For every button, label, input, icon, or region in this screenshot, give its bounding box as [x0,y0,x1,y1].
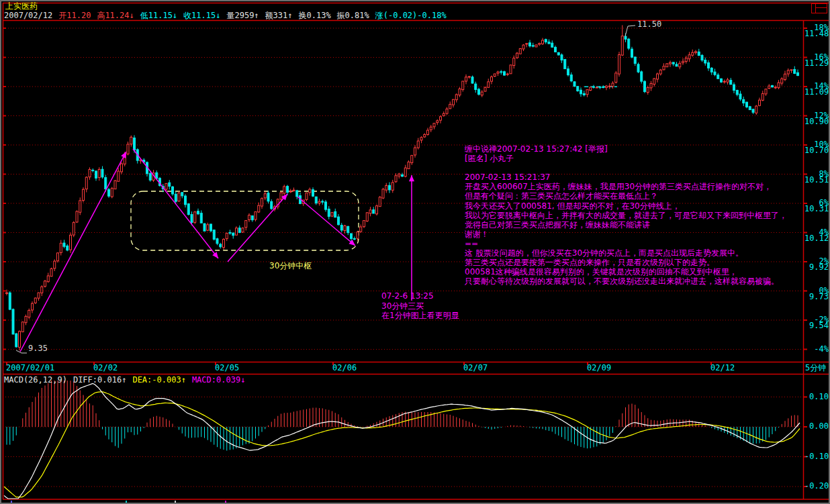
candle-body [659,70,661,74]
candle-body [714,72,716,74]
candle-body [586,90,588,95]
candle-body [411,156,413,163]
session-high-label: 11.50 [637,20,661,29]
candle-body [389,185,391,190]
candle-body [436,121,439,123]
trend-arrow-head [409,175,414,181]
candle-body [118,171,120,181]
strip-tick [11,501,12,503]
candle-body [577,87,579,91]
candle-body [66,246,68,250]
candle-body [545,40,547,42]
candle-body [114,181,116,189]
candle-body [768,86,770,88]
macd-axis-label: 0.10 [804,393,829,401]
candle-body [513,58,515,66]
candle-body [759,100,761,105]
strip-tick [126,501,127,503]
candle-body [325,202,327,209]
candle-body [287,187,289,193]
comment-line: 第三类买点还是要按第一类买点的来操作，只是看次级别以下的走势。 [465,258,787,267]
date-label: 2007/02/01 [6,364,54,372]
candle-body [169,183,171,186]
candle-body [641,72,643,81]
candle-body [427,130,429,134]
candle-body [47,276,49,282]
candle-body [794,69,796,73]
candle-body [245,221,247,228]
candle-body [197,211,199,214]
candle-body [89,170,91,177]
candle-body [481,92,483,95]
candle-body [551,43,553,47]
candle-body [76,211,78,222]
third-buy-point-label: 07-2-6 13:25 30分钟三买 在1分钟图上看更明显 [381,291,459,321]
macd-header: MACD(26,12,9)DIFF:0.016↑DEA:-0.003↑MACD:… [4,376,245,385]
candle-body [306,193,308,199]
comment-line: 000581这种骗线是很容易判别的，关键就是次级别的回抽不能又到中枢里， [465,267,787,276]
candle-body [765,89,767,94]
candle-body [743,99,745,103]
candle-body [267,193,269,201]
candle-body [704,60,706,63]
candle-body [532,46,534,46]
candle-body [433,123,435,127]
candle-body [692,52,694,55]
trading-app-window: 上实医药 2007/02/12开11.20高11.24↓低11.15↓收11.1… [0,0,830,504]
pivot-zone-label: 30分钟中枢 [269,262,312,270]
trend-arrow [20,152,126,352]
candle-body [398,174,400,176]
candle-body [778,83,780,88]
forum-comment-overlay: 缠中说禅2007-02-13 15:27:42 [举报][匿名] 小丸子2007… [465,144,787,286]
trend-arrow-head [212,252,218,258]
candle-body [54,261,56,268]
candle-body [296,191,298,197]
candle-body [631,49,633,57]
quote-field: 2007/02/12 [4,11,52,20]
period-day-icon[interactable] [811,3,827,13]
candle-body [583,93,585,95]
candle-body [424,134,426,137]
candle-body [494,74,496,77]
candle-body [717,75,719,79]
candle-body [606,86,608,87]
candle-body [420,138,422,140]
candle-body [220,244,222,247]
comment-line [465,163,787,172]
candle-body [34,298,36,303]
candle-body [637,64,639,72]
candle-body [615,73,617,83]
candle-body [41,287,43,293]
comment-line: 开盘买入600607上实医药，缠妹妹，我是用30分钟的第三类买点进行操作的对不对… [465,182,787,191]
candle-body [315,197,317,203]
candle-body [210,224,212,231]
candle-body [79,201,81,212]
axis-price-label: 9.54 [804,321,829,330]
candle-body [443,113,445,115]
axis-price-label: 10.90 [804,117,829,126]
candle-body [682,61,684,62]
candle-body [236,228,238,235]
candle-body [685,58,687,62]
candle-body [708,63,710,68]
candle-body [32,303,34,310]
candle-body [644,81,646,91]
candle-body [491,77,493,82]
candle-body [618,55,620,74]
candle-body [44,281,46,287]
candle-body [679,63,681,66]
candle-body [755,106,757,113]
axis-price-label: 9.92 [804,263,829,272]
candle-body [213,230,215,240]
axis-price-label: 10.31 [804,205,829,213]
candle-body [567,69,569,75]
candle-body [739,94,741,99]
candle-body [203,223,205,231]
candle-body [6,293,8,293]
candle-body [21,322,24,332]
candle-body [497,72,499,73]
candle-body [723,81,725,82]
candle-body [672,62,674,64]
axis-price-label: 10.51 [804,176,829,185]
period-label: 5分钟 [805,364,826,372]
